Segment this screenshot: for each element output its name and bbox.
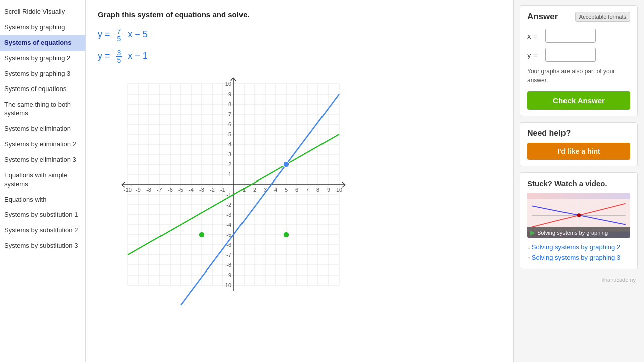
graph-container[interactable] bbox=[103, 74, 349, 305]
equations: y = 7 5 x − 5 y = 3 5 x − 1 bbox=[98, 28, 501, 64]
sidebar-item-same-thing-both[interactable]: The same thing to both systems bbox=[0, 97, 85, 121]
right-panel: Answer Acceptable formats x = y = Your g… bbox=[513, 0, 644, 362]
help-title: Need help? bbox=[527, 129, 630, 138]
sidebar-item-systems-substitution-3[interactable]: Systems by substitution 3 bbox=[0, 238, 85, 254]
answer-header: Answer Acceptable formats bbox=[527, 12, 630, 22]
related-links: Solving systems by graphing 2Solving sys… bbox=[527, 242, 630, 263]
svg-point-5 bbox=[577, 213, 581, 217]
hint-button[interactable]: I'd like a hint bbox=[527, 143, 630, 160]
sidebar-item-equations-simple[interactable]: Equations with simple systems bbox=[0, 168, 85, 192]
sidebar-item-systems-graphing-3[interactable]: Systems by graphing 3 bbox=[0, 66, 85, 82]
eq1-rest: x − 5 bbox=[125, 29, 148, 39]
y-answer-row: y = bbox=[527, 48, 630, 62]
sidebar-item-systems-graphing-2[interactable]: Systems by graphing 2 bbox=[0, 51, 85, 66]
video-label: Solving systems by graphing bbox=[537, 230, 608, 236]
sidebar-item-systems-elimination-3[interactable]: Systems by elimination 3 bbox=[0, 152, 85, 168]
sidebar-item-systems-substitution-1[interactable]: Systems by substitution 1 bbox=[0, 207, 85, 223]
video-label-bar: ▶ Solving systems by graphing bbox=[527, 227, 630, 238]
x-input[interactable] bbox=[545, 29, 596, 43]
sidebar-item-systems-of-equations[interactable]: Systems of equations bbox=[0, 35, 85, 51]
y-input[interactable] bbox=[545, 48, 596, 62]
graph-canvas[interactable] bbox=[103, 74, 349, 305]
y-label: y = bbox=[527, 51, 541, 59]
x-label: x = bbox=[527, 32, 541, 40]
equation-1: y = 7 5 x − 5 bbox=[98, 28, 501, 42]
equation-2: y = 3 5 x − 1 bbox=[98, 49, 501, 64]
sidebar-item-systems-graphing[interactable]: Systems by graphing bbox=[0, 20, 85, 35]
check-answer-button[interactable]: Check Answer bbox=[527, 91, 630, 110]
answer-box: Answer Acceptable formats x = y = Your g… bbox=[520, 5, 638, 116]
x-answer-row: x = bbox=[527, 29, 630, 43]
sidebar: Scroll Riddle VisuallySystems by graphin… bbox=[0, 0, 86, 362]
eq1-frac: 7 5 bbox=[116, 28, 122, 42]
answer-title: Answer bbox=[527, 12, 558, 22]
acceptable-formats-button[interactable]: Acceptable formats bbox=[575, 12, 630, 22]
eq2-frac: 3 5 bbox=[116, 49, 122, 64]
sidebar-item-systems-elimination[interactable]: Systems by elimination bbox=[0, 121, 85, 137]
video-thumbnail[interactable]: ▶ Solving systems by graphing bbox=[527, 193, 630, 238]
answer-note: Your graphs are also part of your answer… bbox=[527, 67, 630, 85]
khan-logo: khanacademy bbox=[520, 276, 638, 284]
play-icon: ▶ bbox=[530, 229, 535, 236]
eq1-y: y = bbox=[98, 29, 113, 39]
related-link[interactable]: Solving systems by graphing 3 bbox=[527, 252, 630, 263]
sidebar-item-systems-substitution-2[interactable]: Systems by substitution 2 bbox=[0, 223, 85, 238]
sidebar-item-equations-with[interactable]: Equations with bbox=[0, 192, 85, 208]
video-title: Stuck? Watch a video. bbox=[527, 179, 630, 188]
eq2-y: y = bbox=[98, 51, 113, 61]
eq2-rest: x − 1 bbox=[125, 51, 148, 61]
sidebar-item-scroll-riddle[interactable]: Scroll Riddle Visually bbox=[0, 4, 85, 20]
related-link[interactable]: Solving systems by graphing 2 bbox=[527, 242, 630, 252]
problem-instruction: Graph this system of equations and solve… bbox=[98, 10, 501, 19]
video-box: Stuck? Watch a video. ▶ Solving systems … bbox=[520, 172, 638, 269]
sidebar-item-systems-of-equations-2[interactable]: Systems of equations bbox=[0, 81, 85, 97]
sidebar-item-systems-elimination-2[interactable]: Systems by elimination 2 bbox=[0, 137, 85, 152]
help-box: Need help? I'd like a hint bbox=[520, 122, 638, 166]
main-content: Graph this system of equations and solve… bbox=[86, 0, 513, 362]
sidebar-items: Scroll Riddle VisuallySystems by graphin… bbox=[0, 4, 85, 254]
